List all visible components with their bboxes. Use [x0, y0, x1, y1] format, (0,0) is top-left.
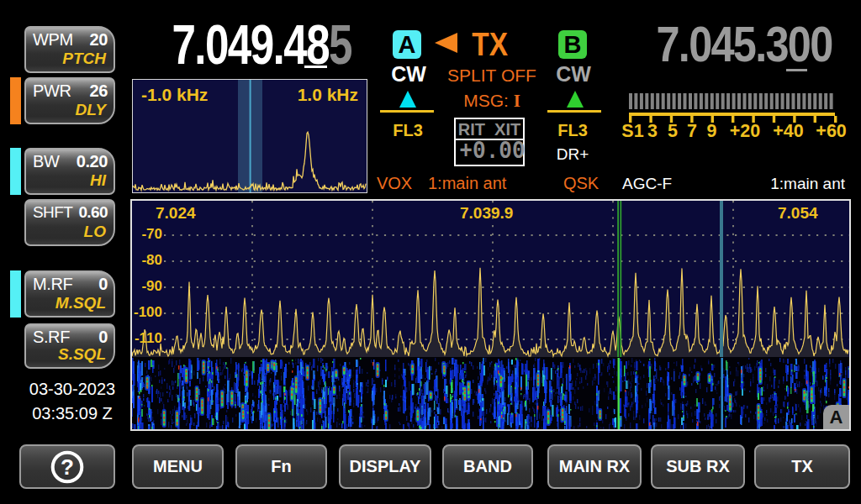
svg-text:5: 5: [668, 121, 678, 141]
svg-text:+60: +60: [816, 121, 847, 141]
svg-text:+40: +40: [773, 121, 804, 141]
svg-text:S1: S1: [622, 121, 644, 141]
svg-text:+20: +20: [730, 121, 761, 141]
svg-text:?: ?: [61, 454, 74, 479]
svg-text:9: 9: [707, 121, 717, 141]
svg-text:7: 7: [687, 121, 697, 141]
svg-text:3: 3: [647, 121, 658, 141]
